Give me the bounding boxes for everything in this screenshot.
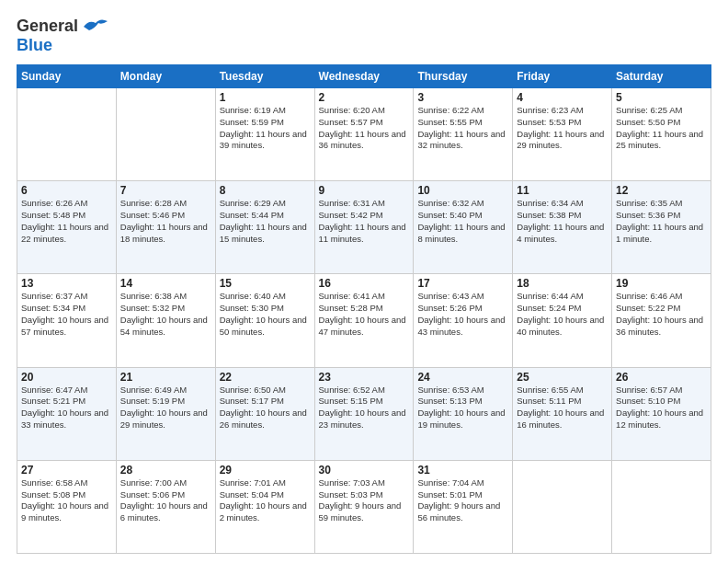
day-number: 15 [220,277,311,290]
day-number: 26 [616,371,707,384]
calendar-cell: 14Sunrise: 6:38 AM Sunset: 5:32 PM Dayli… [116,274,215,367]
logo: General Blue [17,17,109,55]
day-number: 23 [319,371,410,384]
calendar-cell: 6Sunrise: 6:26 AM Sunset: 5:48 PM Daylig… [17,181,117,274]
calendar-cell: 3Sunrise: 6:22 AM Sunset: 5:55 PM Daylig… [414,88,513,181]
calendar-cell: 25Sunrise: 6:55 AM Sunset: 5:11 PM Dayli… [513,367,612,460]
calendar-table: SundayMondayTuesdayWednesdayThursdayFrid… [17,64,711,554]
calendar-cell: 9Sunrise: 6:31 AM Sunset: 5:42 PM Daylig… [314,181,414,274]
day-info: Sunrise: 7:01 AM Sunset: 5:04 PM Dayligh… [220,477,311,524]
day-header-tuesday: Tuesday [215,65,314,88]
calendar-cell [116,88,215,181]
calendar-cell [17,88,117,181]
day-number: 1 [220,91,311,104]
day-info: Sunrise: 6:31 AM Sunset: 5:42 PM Dayligh… [319,198,410,245]
calendar-cell: 8Sunrise: 6:29 AM Sunset: 5:44 PM Daylig… [215,181,314,274]
calendar-cell: 4Sunrise: 6:23 AM Sunset: 5:53 PM Daylig… [513,88,612,181]
day-number: 28 [120,464,211,477]
day-number: 19 [616,277,707,290]
day-info: Sunrise: 6:44 AM Sunset: 5:24 PM Dayligh… [517,291,608,338]
calendar-cell: 26Sunrise: 6:57 AM Sunset: 5:10 PM Dayli… [612,367,711,460]
day-number: 2 [319,91,410,104]
day-number: 29 [220,464,311,477]
day-info: Sunrise: 6:22 AM Sunset: 5:55 PM Dayligh… [417,105,508,152]
day-number: 3 [417,91,508,104]
calendar-cell: 19Sunrise: 6:46 AM Sunset: 5:22 PM Dayli… [612,274,711,367]
day-info: Sunrise: 7:00 AM Sunset: 5:06 PM Dayligh… [120,477,211,524]
day-number: 8 [220,184,311,197]
day-info: Sunrise: 6:40 AM Sunset: 5:30 PM Dayligh… [220,291,311,338]
calendar-cell: 31Sunrise: 7:04 AM Sunset: 5:01 PM Dayli… [414,460,513,553]
calendar-cell: 15Sunrise: 6:40 AM Sunset: 5:30 PM Dayli… [215,274,314,367]
calendar-cell: 12Sunrise: 6:35 AM Sunset: 5:36 PM Dayli… [612,181,711,274]
day-info: Sunrise: 6:38 AM Sunset: 5:32 PM Dayligh… [120,291,211,338]
day-info: Sunrise: 6:50 AM Sunset: 5:17 PM Dayligh… [220,385,311,431]
header: General Blue [17,17,711,55]
day-info: Sunrise: 6:53 AM Sunset: 5:13 PM Dayligh… [417,385,508,431]
day-info: Sunrise: 6:29 AM Sunset: 5:44 PM Dayligh… [220,198,311,245]
day-header-thursday: Thursday [414,65,513,88]
day-number: 6 [21,184,112,197]
calendar-cell: 16Sunrise: 6:41 AM Sunset: 5:28 PM Dayli… [314,274,414,367]
calendar-cell: 2Sunrise: 6:20 AM Sunset: 5:57 PM Daylig… [314,88,414,181]
calendar-cell: 5Sunrise: 6:25 AM Sunset: 5:50 PM Daylig… [612,88,711,181]
day-number: 11 [517,184,608,197]
day-info: Sunrise: 6:43 AM Sunset: 5:26 PM Dayligh… [417,291,508,338]
day-info: Sunrise: 6:28 AM Sunset: 5:46 PM Dayligh… [120,198,211,245]
day-info: Sunrise: 6:32 AM Sunset: 5:40 PM Dayligh… [417,198,508,245]
day-info: Sunrise: 6:34 AM Sunset: 5:38 PM Dayligh… [517,198,608,245]
calendar-cell: 21Sunrise: 6:49 AM Sunset: 5:19 PM Dayli… [116,367,215,460]
day-info: Sunrise: 6:55 AM Sunset: 5:11 PM Dayligh… [517,385,608,431]
day-number: 16 [319,277,410,290]
day-header-monday: Monday [116,65,215,88]
calendar-cell [513,460,612,553]
day-info: Sunrise: 7:04 AM Sunset: 5:01 PM Dayligh… [417,477,508,524]
day-info: Sunrise: 6:19 AM Sunset: 5:59 PM Dayligh… [220,105,311,152]
calendar-cell: 27Sunrise: 6:58 AM Sunset: 5:08 PM Dayli… [17,460,117,553]
day-number: 21 [120,371,211,384]
calendar-cell: 17Sunrise: 6:43 AM Sunset: 5:26 PM Dayli… [414,274,513,367]
day-info: Sunrise: 6:58 AM Sunset: 5:08 PM Dayligh… [21,477,112,524]
day-number: 22 [220,371,311,384]
day-number: 30 [319,464,410,477]
day-info: Sunrise: 6:37 AM Sunset: 5:34 PM Dayligh… [21,291,112,338]
day-info: Sunrise: 6:57 AM Sunset: 5:10 PM Dayligh… [616,385,707,431]
day-number: 25 [517,371,608,384]
day-header-friday: Friday [513,65,612,88]
day-number: 7 [120,184,211,197]
logo-text-general: General [17,17,78,36]
calendar-cell: 1Sunrise: 6:19 AM Sunset: 5:59 PM Daylig… [215,88,314,181]
day-info: Sunrise: 6:41 AM Sunset: 5:28 PM Dayligh… [319,291,410,338]
day-header-wednesday: Wednesday [314,65,414,88]
day-number: 9 [319,184,410,197]
day-number: 12 [616,184,707,197]
day-info: Sunrise: 6:47 AM Sunset: 5:21 PM Dayligh… [21,385,112,431]
day-number: 10 [417,184,508,197]
calendar-cell: 13Sunrise: 6:37 AM Sunset: 5:34 PM Dayli… [17,274,117,367]
day-header-saturday: Saturday [612,65,711,88]
day-number: 18 [517,277,608,290]
calendar-cell: 20Sunrise: 6:47 AM Sunset: 5:21 PM Dayli… [17,367,117,460]
logo-bird-icon [82,17,109,36]
calendar-cell: 24Sunrise: 6:53 AM Sunset: 5:13 PM Dayli… [414,367,513,460]
calendar-cell: 23Sunrise: 6:52 AM Sunset: 5:15 PM Dayli… [314,367,414,460]
day-number: 17 [417,277,508,290]
day-number: 14 [120,277,211,290]
day-number: 13 [21,277,112,290]
calendar-cell [612,460,711,553]
day-info: Sunrise: 6:46 AM Sunset: 5:22 PM Dayligh… [616,291,707,338]
day-info: Sunrise: 6:20 AM Sunset: 5:57 PM Dayligh… [319,105,410,152]
day-number: 5 [616,91,707,104]
calendar-cell: 18Sunrise: 6:44 AM Sunset: 5:24 PM Dayli… [513,274,612,367]
day-info: Sunrise: 6:49 AM Sunset: 5:19 PM Dayligh… [120,385,211,431]
calendar-cell: 10Sunrise: 6:32 AM Sunset: 5:40 PM Dayli… [414,181,513,274]
calendar-cell: 28Sunrise: 7:00 AM Sunset: 5:06 PM Dayli… [116,460,215,553]
day-header-sunday: Sunday [17,65,117,88]
calendar-cell: 7Sunrise: 6:28 AM Sunset: 5:46 PM Daylig… [116,181,215,274]
day-info: Sunrise: 7:03 AM Sunset: 5:03 PM Dayligh… [319,477,410,524]
calendar-cell: 22Sunrise: 6:50 AM Sunset: 5:17 PM Dayli… [215,367,314,460]
day-info: Sunrise: 6:26 AM Sunset: 5:48 PM Dayligh… [21,198,112,245]
day-number: 4 [517,91,608,104]
day-info: Sunrise: 6:35 AM Sunset: 5:36 PM Dayligh… [616,198,707,245]
day-number: 20 [21,371,112,384]
